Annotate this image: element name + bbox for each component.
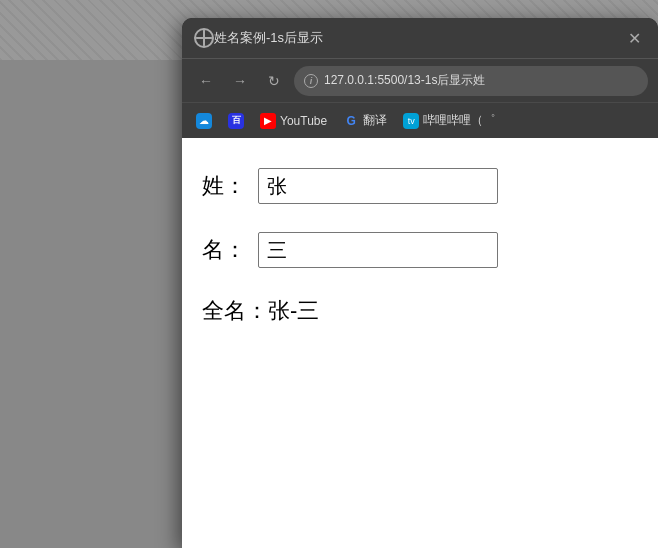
bookmark-baiduyun[interactable]: ☁ <box>190 109 218 133</box>
surname-input[interactable] <box>258 168 498 204</box>
surname-label: 姓： <box>202 171 246 201</box>
page-content: 姓： 名： 全名：张-三 <box>182 138 658 548</box>
forward-button[interactable]: → <box>226 67 254 95</box>
url-text: 127.0.0.1:5500/13-1s后显示姓 <box>324 72 485 89</box>
back-button[interactable]: ← <box>192 67 220 95</box>
fullname-row: 全名：张-三 <box>202 296 638 326</box>
bilibili-icon: tv <box>403 113 419 129</box>
youtube-label: YouTube <box>280 114 327 128</box>
navigation-bar: ← → ↻ i 127.0.0.1:5500/13-1s后显示姓 <box>182 58 658 102</box>
security-info-icon: i <box>304 74 318 88</box>
firstname-input[interactable] <box>258 232 498 268</box>
fullname-label: 全名： <box>202 298 268 323</box>
baidu-icon: 百 <box>228 113 244 129</box>
close-button[interactable]: ✕ <box>622 26 646 50</box>
bilibili-label: 哔哩哔哩（゜ <box>423 112 495 129</box>
favicon-icon <box>194 28 214 48</box>
bookmark-youtube[interactable]: ▶ YouTube <box>254 109 333 133</box>
browser-window: 姓名案例-1s后显示 ✕ ← → ↻ i 127.0.0.1:5500/13-1… <box>182 18 658 548</box>
address-bar[interactable]: i 127.0.0.1:5500/13-1s后显示姓 <box>294 66 648 96</box>
firstname-label: 名： <box>202 235 246 265</box>
baiduyun-icon: ☁ <box>196 113 212 129</box>
reload-button[interactable]: ↻ <box>260 67 288 95</box>
firstname-row: 名： <box>202 232 638 268</box>
title-bar: 姓名案例-1s后显示 ✕ <box>182 18 658 58</box>
bookmarks-bar: ☁ 百 ▶ YouTube G 翻译 tv 哔哩哔哩（゜ <box>182 102 658 138</box>
surname-row: 姓： <box>202 168 638 204</box>
youtube-icon: ▶ <box>260 113 276 129</box>
translate-label: 翻译 <box>363 112 387 129</box>
bookmark-baidu[interactable]: 百 <box>222 109 250 133</box>
bookmark-bilibili[interactable]: tv 哔哩哔哩（゜ <box>397 108 501 133</box>
translate-icon: G <box>343 113 359 129</box>
bookmark-translate[interactable]: G 翻译 <box>337 108 393 133</box>
fullname-value: 张-三 <box>268 298 319 323</box>
window-title: 姓名案例-1s后显示 <box>214 29 622 47</box>
